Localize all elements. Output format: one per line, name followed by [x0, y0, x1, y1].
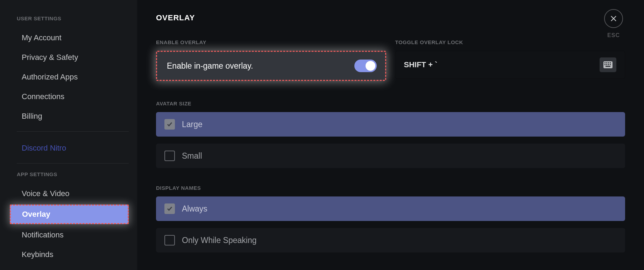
sidebar-item-voice-video[interactable]: Voice & Video	[17, 185, 129, 202]
app-settings-heading: APP SETTINGS	[17, 171, 129, 177]
toggle-overlay-lock-field[interactable]: SHIFT + `	[395, 51, 625, 79]
svg-rect-5	[608, 62, 609, 63]
avatar-size-option-large[interactable]: Large	[156, 112, 625, 137]
option-label: Always	[182, 204, 207, 214]
enable-overlay-label: Enable in-game overlay.	[167, 61, 253, 71]
keyboard-icon-button[interactable]	[600, 57, 616, 72]
sidebar-divider	[17, 163, 129, 164]
option-label: Small	[182, 151, 202, 161]
option-label: Only While Speaking	[182, 236, 257, 245]
checkbox	[164, 151, 175, 161]
checkbox	[164, 235, 175, 245]
check-icon	[167, 122, 172, 127]
close-icon	[610, 15, 617, 22]
enable-overlay-heading: ENABLE OVERLAY	[156, 39, 386, 45]
keyboard-icon	[603, 61, 613, 68]
svg-rect-7	[604, 64, 606, 65]
sidebar-item-my-account[interactable]: My Account	[17, 29, 129, 47]
sidebar-item-billing[interactable]: Billing	[17, 108, 129, 125]
svg-rect-9	[608, 64, 609, 65]
avatar-size-group: AVATAR SIZE Large Small	[156, 101, 625, 168]
enable-overlay-block: Enable in-game overlay.	[156, 51, 386, 81]
close-group: ESC	[604, 9, 623, 39]
checkbox	[164, 119, 175, 130]
avatar-size-heading: AVATAR SIZE	[156, 101, 625, 106]
settings-content: ESC OVERLAY ENABLE OVERLAY Enable in-gam…	[137, 0, 644, 270]
option-label: Large	[182, 120, 203, 129]
svg-rect-10	[610, 64, 611, 65]
svg-rect-4	[606, 62, 607, 63]
esc-label: ESC	[607, 32, 620, 39]
svg-rect-8	[606, 64, 607, 65]
display-names-option-always[interactable]: Always	[156, 196, 625, 221]
display-names-group: DISPLAY NAMES Always Only While Speaking	[156, 185, 625, 252]
toggle-overlay-lock-value: SHIFT + `	[404, 60, 438, 69]
checkbox	[164, 203, 175, 214]
svg-rect-6	[610, 62, 611, 63]
sidebar-divider	[17, 131, 129, 132]
display-names-heading: DISPLAY NAMES	[156, 185, 625, 191]
sidebar-item-overlay[interactable]: Overlay	[10, 205, 129, 224]
svg-rect-3	[604, 62, 606, 63]
display-names-option-only-speaking[interactable]: Only While Speaking	[156, 228, 625, 252]
sidebar-item-discord-nitro[interactable]: Discord Nitro	[17, 139, 129, 157]
enable-overlay-toggle[interactable]	[354, 60, 377, 72]
check-icon	[167, 206, 172, 212]
toggle-knob	[366, 61, 375, 71]
sidebar-item-notifications[interactable]: Notifications	[17, 226, 129, 244]
sidebar-item-connections[interactable]: Connections	[17, 88, 129, 105]
sidebar-item-keybinds[interactable]: Keybinds	[17, 246, 129, 263]
settings-sidebar: USER SETTINGS My Account Privacy & Safet…	[0, 0, 137, 270]
avatar-size-option-small[interactable]: Small	[156, 144, 625, 168]
close-button[interactable]	[604, 9, 623, 28]
svg-rect-11	[606, 66, 610, 67]
sidebar-item-privacy-safety[interactable]: Privacy & Safety	[17, 49, 129, 66]
sidebar-item-authorized-apps[interactable]: Authorized Apps	[17, 68, 129, 86]
toggle-overlay-lock-heading: TOGGLE OVERLAY LOCK	[395, 39, 625, 45]
user-settings-heading: USER SETTINGS	[17, 15, 129, 21]
page-title: OVERLAY	[156, 13, 625, 22]
